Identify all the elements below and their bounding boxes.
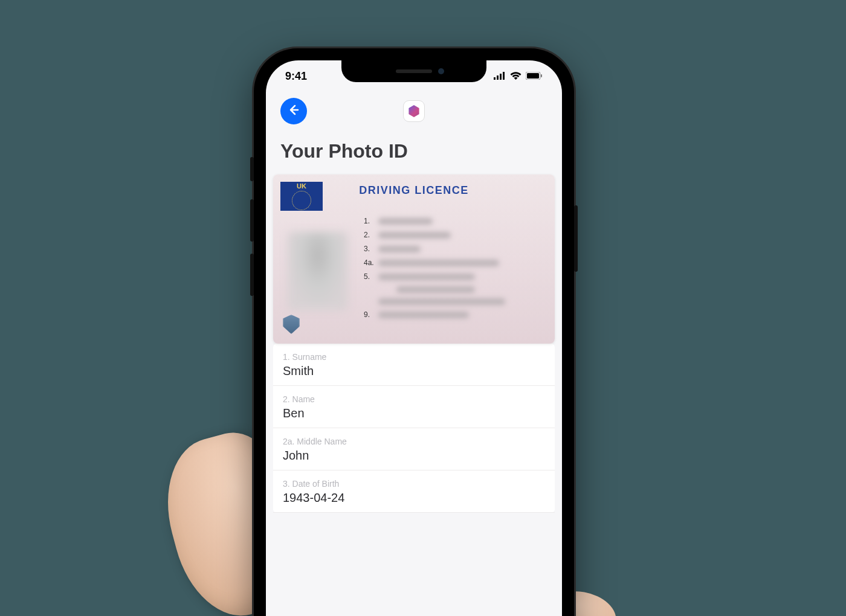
- back-button[interactable]: [280, 98, 307, 124]
- field-surname: 1. Surname Smith: [273, 344, 555, 386]
- phone-frame: 9:41 Your Ph: [254, 48, 574, 616]
- phone-volume-down: [250, 254, 254, 296]
- page-title: Your Photo ID: [266, 130, 562, 175]
- app-logo: [403, 100, 425, 122]
- phone-notch: [341, 60, 486, 82]
- battery-icon: [526, 70, 543, 83]
- card-line-number: 4a.: [364, 258, 378, 267]
- id-card-preview[interactable]: UK DRIVING LICENCE 1. 2. 3. 4a. 5. 9.: [273, 175, 555, 344]
- wifi-icon: [510, 70, 521, 83]
- field-value: 1943-04-24: [283, 491, 545, 505]
- hexagon-icon: [408, 105, 420, 117]
- card-line-number: 2.: [364, 231, 378, 239]
- shield-icon: [283, 315, 300, 334]
- card-line-number: 1.: [364, 217, 378, 225]
- field-value: John: [283, 449, 545, 463]
- arrow-left-icon: [288, 104, 300, 118]
- svg-rect-6: [541, 74, 542, 77]
- id-photo-blurred: [288, 232, 348, 310]
- svg-rect-3: [503, 72, 505, 80]
- card-line-number: 3.: [364, 245, 378, 253]
- field-middle-name: 2a. Middle Name John: [273, 428, 555, 470]
- phone-volume-up: [250, 199, 254, 242]
- phone-silence-switch: [250, 157, 254, 181]
- svg-rect-1: [497, 75, 499, 80]
- id-text-blurred: 1. 2. 3. 4a. 5. 9.: [364, 217, 543, 324]
- phone-power-button: [574, 205, 578, 272]
- id-fields-list: 1. Surname Smith 2. Name Ben 2a. Middle …: [273, 344, 555, 513]
- card-line-number: 9.: [364, 310, 378, 319]
- svg-rect-5: [527, 73, 539, 79]
- nav-bar: [266, 92, 562, 130]
- cellular-icon: [494, 70, 506, 83]
- field-label: 2a. Middle Name: [283, 437, 545, 446]
- phone-screen: 9:41 Your Ph: [266, 60, 562, 616]
- field-value: Smith: [283, 364, 545, 378]
- document-header: DRIVING LICENCE: [273, 184, 555, 197]
- field-date-of-birth: 3. Date of Birth 1943-04-24: [273, 470, 555, 513]
- svg-rect-2: [500, 74, 502, 80]
- field-label: 2. Name: [283, 394, 545, 404]
- speaker-grille: [396, 69, 432, 73]
- svg-rect-0: [494, 77, 496, 80]
- field-name: 2. Name Ben: [273, 386, 555, 428]
- status-time: 9:41: [285, 70, 307, 83]
- field-value: Ben: [283, 406, 545, 420]
- field-label: 3. Date of Birth: [283, 479, 545, 489]
- front-camera: [438, 68, 444, 74]
- card-line-number: 5.: [364, 272, 378, 281]
- field-label: 1. Surname: [283, 352, 545, 362]
